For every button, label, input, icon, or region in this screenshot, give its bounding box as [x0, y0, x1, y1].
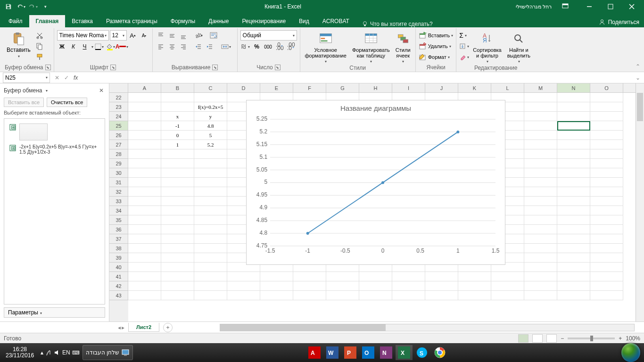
taskbar-adobe-icon[interactable]: A [306, 345, 323, 360]
cell-D42[interactable] [227, 281, 260, 291]
col-header-I[interactable]: I [392, 83, 425, 92]
cell-B22[interactable] [161, 93, 194, 102]
cell-O24[interactable] [590, 112, 623, 121]
format-painter-icon[interactable] [34, 52, 45, 62]
increase-decimal-icon[interactable]: .0.00 [274, 41, 285, 52]
cell-N33[interactable] [557, 197, 590, 206]
cell-B33[interactable] [161, 197, 194, 206]
cell-M31[interactable] [524, 178, 557, 187]
row-header-33[interactable]: 33 [109, 197, 128, 206]
zoom-in-icon[interactable]: + [619, 335, 622, 342]
row-header-28[interactable]: 28 [109, 149, 128, 159]
cell-A38[interactable] [128, 244, 161, 253]
cell-A23[interactable] [128, 102, 161, 112]
row-header-22[interactable]: 22 [109, 93, 128, 102]
tab-file[interactable]: Файл [2, 15, 29, 27]
cell-B26[interactable]: 0 [161, 131, 194, 140]
cell-M36[interactable] [524, 225, 557, 234]
cell-B30[interactable] [161, 168, 194, 178]
col-header-B[interactable]: B [161, 83, 194, 92]
cell-N27[interactable] [557, 140, 590, 149]
cell-C41[interactable] [194, 272, 227, 281]
row-header-43[interactable]: 43 [109, 291, 128, 300]
cut-icon[interactable] [34, 30, 45, 41]
cell-N36[interactable] [557, 225, 590, 234]
col-header-M[interactable]: M [524, 83, 557, 92]
cell-C39[interactable] [194, 253, 227, 263]
cell-C31[interactable] [194, 178, 227, 187]
col-header-N[interactable]: N [557, 83, 590, 92]
zoom-out-icon[interactable]: − [561, 335, 564, 342]
cell-I43[interactable] [392, 291, 425, 300]
clipboard-launcher[interactable]: ⬊ [45, 65, 51, 70]
number-format-combo[interactable]: Общий▾ [240, 30, 297, 41]
cell-M32[interactable] [524, 187, 557, 197]
cell-E42[interactable] [260, 281, 293, 291]
cell-L42[interactable] [491, 281, 524, 291]
conditional-format-button[interactable]: Условное форматирование▾ [303, 30, 348, 65]
pane-close-icon[interactable]: ✕ [98, 87, 105, 95]
align-center-icon[interactable] [167, 41, 177, 52]
cell-O32[interactable] [590, 187, 623, 197]
start-button[interactable] [621, 343, 640, 362]
cell-M40[interactable] [524, 263, 557, 272]
cell-O39[interactable] [590, 253, 623, 263]
cell-C30[interactable] [194, 168, 227, 178]
row-header-36[interactable]: 36 [109, 225, 128, 234]
horizontal-scrollbar[interactable] [220, 324, 635, 331]
collapse-ribbon-icon[interactable]: ⌃ [634, 61, 642, 72]
cell-B40[interactable] [161, 263, 194, 272]
col-header-H[interactable]: H [359, 83, 392, 92]
cell-B23[interactable] [161, 102, 194, 112]
cell-A22[interactable] [128, 93, 161, 102]
clear-all-button[interactable]: Очистить все [47, 98, 87, 107]
currency-icon[interactable]: ₪▾ [240, 41, 251, 52]
tab-layout[interactable]: Разметка страницы [99, 15, 164, 27]
cell-M29[interactable] [524, 159, 557, 168]
cancel-formula-icon[interactable]: ✕ [53, 74, 61, 81]
delete-cells-button[interactable]: ×Удалить▾ [419, 41, 454, 51]
cell-O34[interactable] [590, 206, 623, 215]
cell-K43[interactable] [458, 291, 491, 300]
cell-O29[interactable] [590, 159, 623, 168]
number-launcher[interactable]: ⬊ [275, 65, 281, 70]
cell-N28[interactable] [557, 149, 590, 159]
font-color-icon[interactable]: A▾ [117, 41, 127, 52]
expand-formula-icon[interactable]: ⌄ [632, 74, 644, 81]
bold-button[interactable]: Ж [57, 41, 67, 52]
cell-M39[interactable] [524, 253, 557, 263]
cell-K41[interactable] [458, 272, 491, 281]
select-all-corner[interactable] [109, 83, 128, 93]
col-header-E[interactable]: E [260, 83, 293, 92]
row-header-34[interactable]: 34 [109, 206, 128, 215]
row-header-35[interactable]: 35 [109, 215, 128, 225]
cell-N35[interactable] [557, 215, 590, 225]
autosum-button[interactable]: Σ▾ [459, 30, 469, 41]
cell-F43[interactable] [293, 291, 326, 300]
decrease-indent-icon[interactable] [193, 41, 204, 52]
cell-C42[interactable] [194, 281, 227, 291]
col-header-C[interactable]: C [194, 83, 227, 92]
cell-M34[interactable] [524, 206, 557, 215]
col-header-L[interactable]: L [491, 83, 524, 92]
row-header-29[interactable]: 29 [109, 159, 128, 168]
align-bottom-icon[interactable] [178, 30, 189, 41]
cell-A43[interactable] [128, 291, 161, 300]
col-header-K[interactable]: K [458, 83, 491, 92]
clear-button[interactable]: ▾ [459, 52, 469, 62]
cell-C43[interactable] [194, 291, 227, 300]
row-header-31[interactable]: 31 [109, 178, 128, 187]
cell-B29[interactable] [161, 159, 194, 168]
cell-M41[interactable] [524, 272, 557, 281]
vertical-scrollbar[interactable] [636, 83, 644, 321]
cell-A24[interactable] [128, 112, 161, 121]
cell-N39[interactable] [557, 253, 590, 263]
cell-C28[interactable] [194, 149, 227, 159]
cell-B41[interactable] [161, 272, 194, 281]
cell-L41[interactable] [491, 272, 524, 281]
cell-M25[interactable] [524, 121, 557, 131]
taskbar-tray[interactable]: ▴ EN ⌨ [38, 345, 83, 360]
cell-E43[interactable] [260, 291, 293, 300]
cell-B42[interactable] [161, 281, 194, 291]
cell-J43[interactable] [425, 291, 458, 300]
